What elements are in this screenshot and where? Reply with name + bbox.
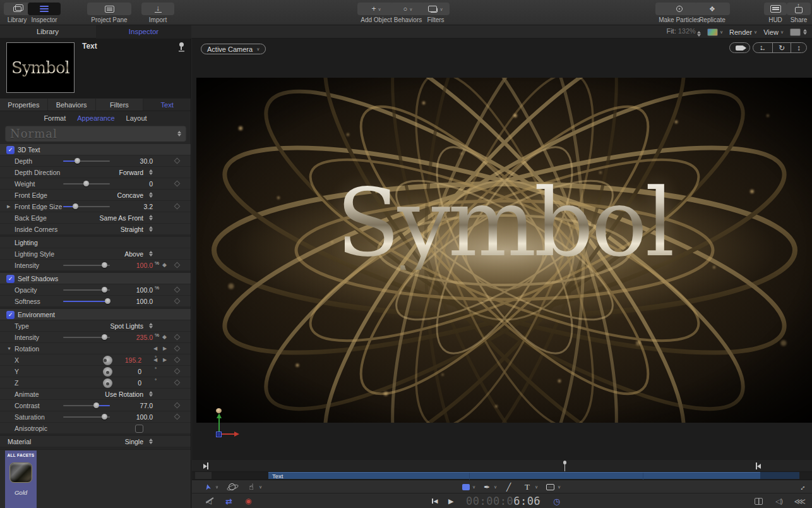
keyframe-diamond-icon[interactable] [174, 262, 181, 269]
next-keyframe-icon[interactable]: ◆ [162, 262, 167, 268]
fit-stepper-icon[interactable] [697, 31, 701, 37]
subtab-format[interactable]: Format [44, 114, 66, 122]
play-range-in-marker[interactable] [203, 463, 208, 469]
hand-tool-chevron[interactable]: ∨ [259, 480, 262, 493]
project-pane-button[interactable]: Project Pane [87, 3, 131, 23]
anisotropic-checkbox[interactable] [135, 425, 143, 433]
environment-checkbox[interactable]: ✓ [6, 311, 15, 319]
add-object-button[interactable]: +∨ Add Object [357, 3, 395, 23]
keyframe-diamond-icon[interactable] [174, 203, 181, 210]
rotation-z-value[interactable]: 0 [95, 379, 141, 387]
show-hide-timeline-button[interactable]: ⋘ [794, 493, 805, 508]
dolly-tool-button[interactable]: ↕ [791, 43, 806, 52]
keyframe-diamond-icon[interactable] [174, 402, 181, 409]
env-intensity-value[interactable]: 235.0 [106, 334, 153, 341]
bezier-tool-button[interactable]: ✒ [484, 480, 490, 493]
fit-control[interactable]: Fit: 132% [666, 27, 700, 37]
layout-stepper-icon[interactable] [803, 29, 807, 35]
saturation-value[interactable]: 100.0 [106, 413, 153, 421]
pan-tool-button[interactable]: ↔↔ [753, 43, 773, 52]
front-edge-size-value[interactable]: 3.2 [106, 203, 153, 210]
depth-direction-popup[interactable]: Forward [119, 169, 143, 176]
disclosure-triangle-icon[interactable]: ▶ [7, 204, 10, 209]
tab-text[interactable]: Text [143, 99, 191, 111]
hud-button[interactable]: HUD [764, 3, 787, 23]
material-tile-selected[interactable]: ALL FACETS Gold [5, 451, 37, 508]
lighting-intensity-slider[interactable] [63, 265, 110, 266]
paint-stroke-tool-button[interactable]: ╱ [506, 480, 511, 493]
replicate-button[interactable]: ❖ Replicate [695, 3, 730, 23]
keyframe-diamond-icon[interactable] [174, 380, 181, 386]
tab-filters[interactable]: Filters [96, 99, 144, 111]
timecode-menu-chevron[interactable]: ∨ [537, 493, 540, 508]
keyframe-diamond-icon[interactable] [174, 368, 181, 375]
shape-tool-chevron[interactable]: ∨ [472, 480, 475, 493]
lighting-intensity-value[interactable]: 100.0 [106, 262, 153, 269]
prev-keyframe-icon[interactable]: ◀ [153, 358, 157, 363]
camera-tool-button[interactable] [729, 42, 750, 53]
canvas-title-text[interactable]: Symbol [196, 176, 812, 270]
material-popup[interactable]: Single [125, 438, 143, 445]
lighting-style-popup[interactable]: Above [124, 250, 143, 258]
render-menu[interactable]: Render∨ [729, 28, 757, 36]
audio-button[interactable]: ◁) [775, 493, 783, 508]
timecode-mode-button[interactable]: ◷ [553, 493, 560, 508]
axis-gizmo[interactable] [215, 413, 244, 442]
keyframe-diamond-icon[interactable] [174, 158, 181, 164]
disclosure-triangle-icon[interactable]: ▼ [7, 346, 11, 351]
mask-tool-button[interactable] [546, 480, 554, 493]
show-frame-browser-button[interactable] [755, 493, 763, 508]
hand-tool-button[interactable]: ☝ [249, 480, 254, 493]
go-to-start-button[interactable]: ◀ [432, 493, 438, 508]
weight-slider[interactable] [63, 183, 110, 184]
keyframe-diamond-icon[interactable] [174, 346, 181, 352]
channels-menu[interactable]: ∨ [707, 28, 723, 36]
animate-popup[interactable]: Use Rotation [105, 390, 143, 398]
orbit-tool-button[interactable]: ↻ [773, 43, 791, 52]
share-button[interactable]: ↑ Share [787, 3, 811, 23]
mute-button[interactable]: ◁ [206, 493, 212, 508]
subtab-layout[interactable]: Layout [126, 114, 147, 122]
play-range-out-marker[interactable] [756, 463, 761, 469]
weight-value[interactable]: 0 [106, 180, 153, 188]
shape-tool-button[interactable] [462, 480, 470, 493]
tab-behaviors[interactable]: Behaviors [48, 99, 96, 111]
panel-tab-inspector[interactable]: Inspector [96, 25, 191, 39]
loop-button[interactable]: ⇄ [225, 493, 232, 508]
next-keyframe-icon[interactable]: ◆ [162, 334, 167, 340]
mini-timeline-ruler[interactable] [192, 460, 812, 472]
text-tool-button[interactable]: T [525, 480, 530, 493]
next-keyframe-icon[interactable]: ▶ [163, 346, 167, 351]
front-edge-popup[interactable]: Concave [117, 191, 143, 199]
keyframe-diamond-icon[interactable] [174, 414, 181, 420]
select-tool-button[interactable]: ➤ [205, 480, 211, 493]
contrast-value[interactable]: 77.0 [106, 402, 153, 409]
style-preset-dropdown[interactable]: Normal [5, 125, 186, 142]
inside-corners-popup[interactable]: Straight [121, 226, 143, 233]
saturation-slider[interactable] [63, 416, 110, 418]
canvas-viewport[interactable]: Symbol Active Camera ∨ ↔↔ ↻ ↕ [192, 39, 812, 460]
contrast-slider[interactable] [63, 405, 110, 406]
opacity-slider[interactable] [63, 289, 110, 291]
import-button[interactable]: ↓ Import [141, 3, 174, 23]
pin-icon[interactable] [178, 42, 184, 52]
3d-text-checkbox[interactable]: ✓ [6, 146, 15, 154]
text-tool-chevron[interactable]: ∨ [535, 480, 538, 493]
softness-value[interactable]: 100.0 [106, 298, 153, 305]
filters-button[interactable]: ∨ Filters [422, 3, 450, 23]
orbit-3d-tool-button[interactable] [229, 480, 236, 493]
gizmo-light-handle[interactable] [216, 408, 222, 413]
record-button[interactable]: ◉ [245, 493, 251, 508]
keyframe-diamond-icon[interactable] [174, 334, 181, 341]
library-button[interactable]: Library [4, 3, 30, 23]
depth-slider[interactable] [63, 160, 110, 162]
keyframe-diamond-icon[interactable] [174, 181, 181, 187]
camera-select-dropdown[interactable]: Active Camera ∨ [201, 44, 266, 54]
layout-control[interactable] [790, 28, 807, 36]
tab-properties[interactable]: Properties [0, 99, 48, 111]
panel-tab-library[interactable]: Library [0, 25, 95, 39]
playhead[interactable] [562, 461, 568, 471]
select-tool-chevron[interactable]: ∨ [215, 480, 218, 493]
keyframe-diamond-icon[interactable] [174, 298, 181, 305]
self-shadows-checkbox[interactable]: ✓ [6, 275, 15, 283]
